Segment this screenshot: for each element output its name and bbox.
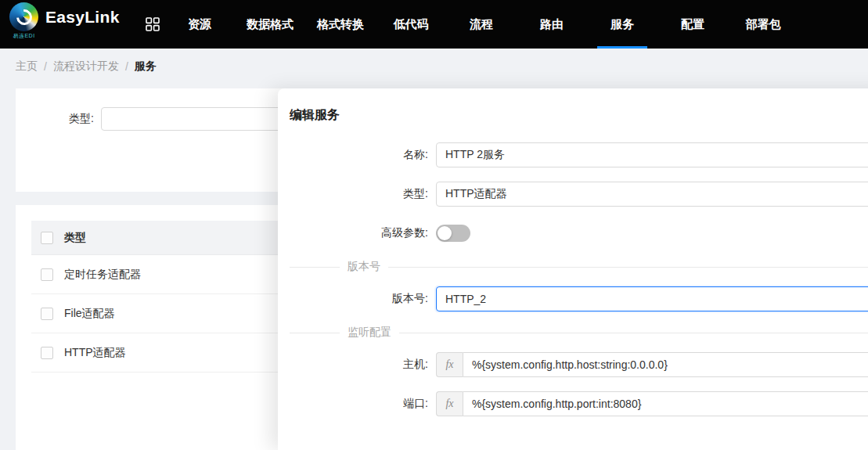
filter-type-label: 类型: [69,112,94,126]
section-divider-version: 版本号 [290,259,868,275]
version-label: 版本号: [278,292,428,306]
divider-line [290,267,340,268]
apps-grid-icon[interactable] [146,17,160,31]
nav-item-format-convert[interactable]: 格式转换 [305,0,376,49]
row-type-label: 定时任务适配器 [64,268,141,282]
logo-caption: 易连EDI [13,32,34,40]
host-label: 主机: [278,358,428,372]
brand[interactable]: 易连EDI EasyLink [9,2,120,40]
modal-title: 编辑服务 [290,107,868,124]
divider-line [388,267,868,268]
row-checkbox[interactable] [41,268,53,281]
host-input[interactable] [463,352,868,377]
row-type-label: HTTP适配器 [64,346,126,360]
name-input[interactable] [436,142,868,167]
top-navbar: 易连EDI EasyLink 资源 数据格式 格式转换 低代码 流程 路由 服务… [0,0,868,49]
divider-line [399,333,868,333]
row-checkbox[interactable] [41,347,53,359]
nav-item-service[interactable]: 服务 [587,0,657,49]
nav-item-flow[interactable]: 流程 [446,0,517,49]
advanced-params-label: 高级参数: [278,226,428,240]
filter-type-input[interactable] [101,107,289,131]
nav-item-route[interactable]: 路由 [517,0,587,49]
breadcrumb: 主页 / 流程设计开发 / 服务 [0,49,868,85]
form-row-version: 版本号: [278,286,868,311]
row-type-label: File适配器 [64,307,115,321]
breadcrumb-separator: / [125,60,128,73]
form-row-advanced: 高级参数: [278,221,868,246]
type-label: 类型: [278,187,428,201]
table-header-type: 类型 [64,231,86,245]
form-row-host: 主机: fx [278,352,868,377]
edit-service-modal: 编辑服务 名称: 类型: 高级参数: 版本号 版本号: 监听配置 主机: [278,88,868,450]
advanced-params-toggle[interactable] [436,225,470,242]
listen-section-title: 监听配置 [348,326,391,340]
nav-item-resources[interactable]: 资源 [164,0,235,49]
form-row-type: 类型: [278,182,868,207]
easylink-logo-icon [9,2,38,31]
version-section-title: 版本号 [348,260,380,274]
nav-item-deploy-package[interactable]: 部署包 [728,0,798,49]
main-menu: 资源 数据格式 格式转换 低代码 流程 路由 服务 配置 部署包 [164,0,798,49]
form-row-port: 端口: fx [278,391,868,416]
nav-item-low-code[interactable]: 低代码 [376,0,446,49]
nav-item-config[interactable]: 配置 [657,0,728,49]
breadcrumb-flow-design[interactable]: 流程设计开发 [53,59,119,74]
breadcrumb-home[interactable]: 主页 [16,59,38,74]
port-input[interactable] [463,391,868,416]
nav-item-data-format[interactable]: 数据格式 [235,0,305,49]
port-label: 端口: [278,397,428,411]
logo: 易连EDI [9,2,38,40]
name-label: 名称: [278,148,428,162]
fx-function-icon: fx [436,391,463,416]
section-divider-listen: 监听配置 [290,325,868,340]
breadcrumb-separator: / [44,60,47,73]
brand-name: EasyLink [45,8,120,27]
breadcrumb-current-service: 服务 [135,59,157,74]
fx-function-icon: fx [436,352,463,377]
type-input[interactable] [436,182,868,207]
row-checkbox[interactable] [41,308,53,320]
divider-line [290,333,340,333]
version-input[interactable] [436,286,868,311]
select-all-checkbox[interactable] [41,232,53,244]
form-row-name: 名称: [278,142,868,167]
